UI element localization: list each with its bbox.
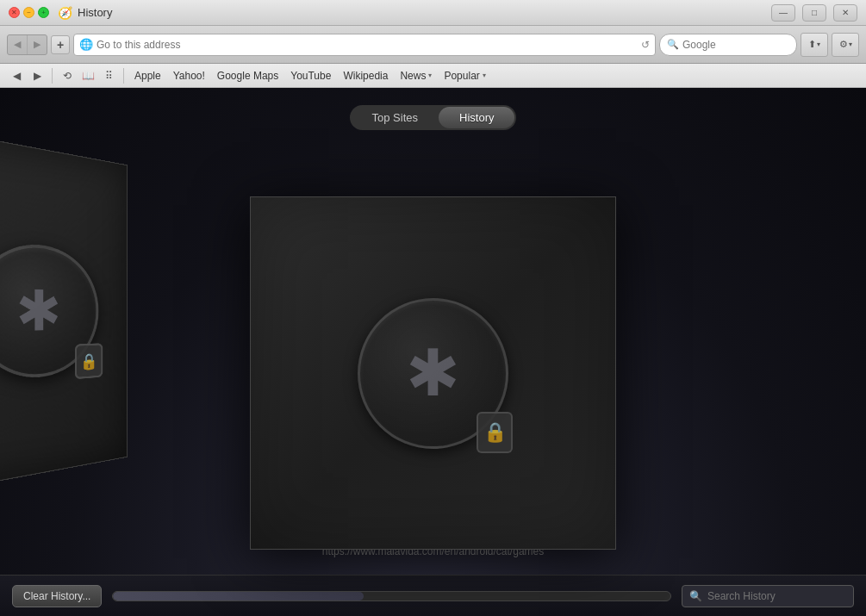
bottom-bar: Clear History... 🔍 xyxy=(0,575,866,616)
share-icon: ⬆ xyxy=(808,39,816,50)
main-content: Top Sites History ✱ 🔒 ✱ 🔒 Games for And xyxy=(0,88,866,616)
bookmark-popular[interactable]: Popular▾ xyxy=(439,68,490,84)
settings-button[interactable]: ⚙ ▾ xyxy=(832,33,859,57)
search-history-input[interactable] xyxy=(707,590,846,602)
window-controls: ✕ − + xyxy=(9,7,49,18)
lock-badge-main: 🔒 xyxy=(477,412,513,453)
minimize-window-btn[interactable]: — xyxy=(771,4,795,22)
tab-history[interactable]: History xyxy=(439,107,514,128)
window-icon: 🧭 xyxy=(58,6,72,20)
minimize-button[interactable]: − xyxy=(23,7,34,18)
back-button[interactable]: ◀ xyxy=(8,35,27,54)
clear-history-button[interactable]: Clear History... xyxy=(12,585,102,607)
address-bar[interactable]: 🌐 ↺ xyxy=(73,34,656,56)
compass-icon-main: ✱ 🔒 xyxy=(358,298,508,449)
forward-button[interactable]: ▶ xyxy=(28,35,47,54)
panel-main[interactable]: ✱ 🔒 xyxy=(250,196,616,550)
compass-icon-left: ✱ 🔒 xyxy=(0,240,98,383)
news-dropdown-arrow: ▾ xyxy=(428,72,432,79)
bookmark-yahoo[interactable]: Yahoo! xyxy=(168,68,210,84)
globe-icon: 🌐 xyxy=(79,38,93,51)
bookmark-apple[interactable]: Apple xyxy=(129,68,166,84)
nav-buttons: ◀ ▶ xyxy=(7,34,47,55)
dropdown-arrow: ▾ xyxy=(817,40,820,48)
search-history-icon: 🔍 xyxy=(689,590,702,602)
lock-badge-left: 🔒 xyxy=(75,343,103,379)
gear-icon: ⚙ xyxy=(839,39,848,50)
bookmark-news[interactable]: News▾ xyxy=(395,68,437,84)
search-bar[interactable]: 🔍 xyxy=(659,34,797,56)
add-bookmark-button[interactable]: + xyxy=(51,35,70,54)
bookmark-google-maps[interactable]: Google Maps xyxy=(212,68,283,84)
back-icon-btn[interactable]: ◀ xyxy=(7,67,26,84)
history-icon-btn[interactable]: ⟲ xyxy=(58,67,77,84)
panels-area: ✱ 🔒 ✱ 🔒 xyxy=(0,130,866,616)
titlebar: ✕ − + 🧭 History — □ ✕ xyxy=(0,0,866,26)
title-right-controls: — □ ✕ xyxy=(771,4,857,22)
dropdown-arrow: ▾ xyxy=(849,40,852,48)
bookmark-youtube[interactable]: YouTube xyxy=(285,68,336,84)
search-input[interactable] xyxy=(682,39,812,51)
restore-window-btn[interactable]: □ xyxy=(802,4,826,22)
share-button[interactable]: ⬆ ▾ xyxy=(801,33,828,57)
compass-needle-main: ✱ xyxy=(406,341,460,406)
apps-icon-btn[interactable]: ⠿ xyxy=(99,67,118,84)
forward-icon-btn[interactable]: ▶ xyxy=(28,67,47,84)
progress-track xyxy=(112,591,671,601)
close-window-btn[interactable]: ✕ xyxy=(833,4,857,22)
popular-dropdown-arrow: ▾ xyxy=(483,72,486,79)
window-title: History xyxy=(78,6,112,19)
search-history-bar[interactable]: 🔍 xyxy=(682,585,854,607)
tab-top-sites[interactable]: Top Sites xyxy=(352,107,439,128)
tabs-row: Top Sites History xyxy=(350,105,517,130)
maximize-button[interactable]: + xyxy=(38,7,49,18)
search-icon: 🔍 xyxy=(667,39,679,50)
close-button[interactable]: ✕ xyxy=(9,7,20,18)
separator2 xyxy=(123,68,124,84)
separator xyxy=(52,68,53,84)
panel-left[interactable]: ✱ 🔒 xyxy=(0,128,128,495)
progress-fill xyxy=(113,592,364,600)
toolbar: ◀ ▶ + 🌐 ↺ 🔍 ⬆ ▾ ⚙ ▾ xyxy=(0,26,866,64)
bookmarks-bar: ◀ ▶ ⟲ 📖 ⠿ Apple Yahoo! Google Maps YouTu… xyxy=(0,64,866,88)
compass-needle-left: ✱ xyxy=(16,283,61,340)
address-input[interactable] xyxy=(97,39,638,51)
bookmark-wikipedia[interactable]: Wikipedia xyxy=(338,68,393,84)
refresh-button[interactable]: ↺ xyxy=(641,39,650,51)
bookmarks-icon-btn[interactable]: 📖 xyxy=(78,67,97,84)
